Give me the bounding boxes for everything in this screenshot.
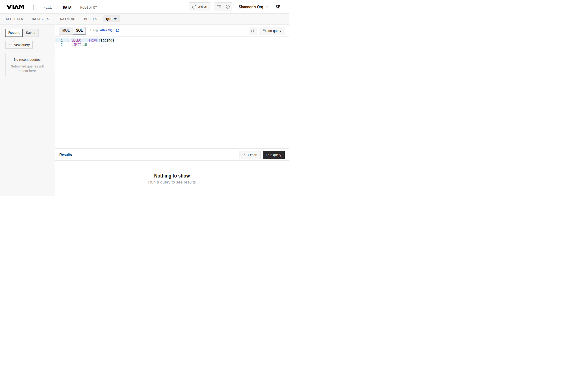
- svg-text:?: ?: [227, 5, 229, 8]
